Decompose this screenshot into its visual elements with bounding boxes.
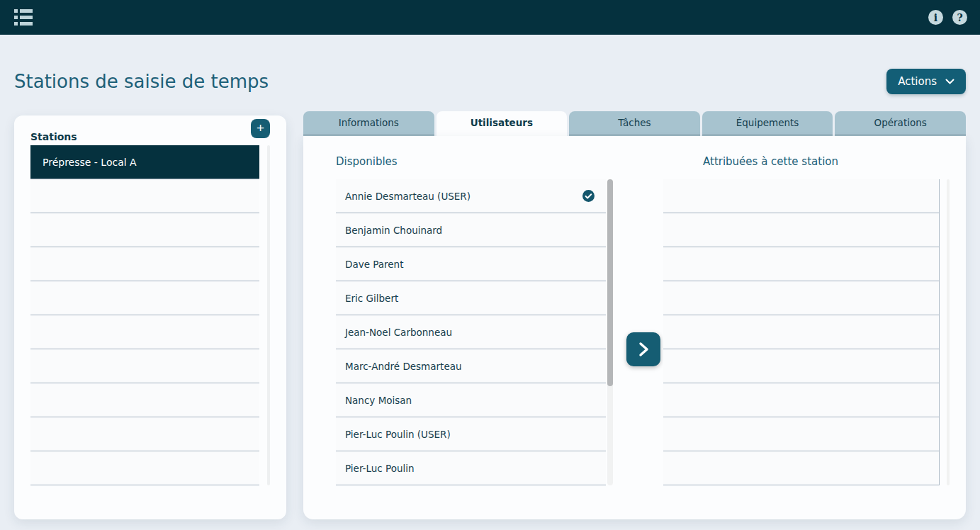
tab-tâches[interactable]: Tâches [569,111,700,136]
station-empty-row [30,417,259,451]
stations-heading: Stations [30,131,77,142]
tab-bar: InformationsUtilisateursTâchesÉquipement… [303,111,966,136]
station-empty-row [30,179,259,213]
station-empty-row [30,213,259,247]
check-circle-icon [582,190,595,202]
user-name: Jean-Noel Carbonneau [345,327,452,338]
screen: i ? Stations de saisie de temps Actions … [0,0,980,530]
available-users-list: Annie Desmarteau (USER)Benjamin Chouinar… [336,179,606,485]
available-user-item[interactable]: Jean-Noel Carbonneau [336,315,606,349]
assigned-users-list [663,179,940,485]
available-user-item[interactable]: Pier-Luc Poulin (USER) [336,417,606,451]
assigned-empty-row [663,247,939,281]
user-name: Marc-André Desmarteau [345,361,462,372]
menu-list-icon-row [14,22,33,26]
user-name: Annie Desmarteau (USER) [345,191,471,202]
user-name: Nancy Moisan [345,395,412,406]
available-user-item[interactable]: Pier-Luc Poulin [336,451,606,485]
assigned-empty-row [663,451,939,485]
user-name: Pier-Luc Poulin (USER) [345,429,451,440]
menu-list-icon-row [14,16,33,19]
actions-button-label: Actions [898,75,937,88]
assigned-heading: Attribuées à cette station [703,155,838,168]
available-user-item[interactable]: Eric Gilbert [336,281,606,315]
info-icon[interactable]: i [928,10,943,25]
station-item-selected[interactable]: Prépresse - Local A [30,145,259,179]
tab-opérations[interactable]: Opérations [835,111,966,136]
users-tab-panel: Disponibles Attribuées à cette station A… [303,136,966,519]
menu-list-icon[interactable] [14,9,33,26]
user-name: Eric Gilbert [345,293,398,304]
add-station-button[interactable]: + [251,119,270,138]
chevron-right-icon [636,342,650,357]
available-user-item[interactable]: Benjamin Chouinard [336,213,606,247]
user-name: Benjamin Chouinard [345,225,442,236]
actions-button[interactable]: Actions [886,69,966,94]
available-user-item[interactable]: Marc-André Desmarteau [336,349,606,383]
available-list-scrollbar-track [607,179,613,485]
header-actions: i ? [928,10,967,25]
assigned-empty-row [663,179,939,213]
station-empty-row [30,315,259,349]
menu-list-icon-row [14,9,33,13]
help-icon[interactable]: ? [952,10,967,25]
assigned-empty-row [663,281,939,315]
tab-équipements[interactable]: Équipements [702,111,833,136]
stations-list: Prépresse - Local A [30,145,259,485]
stations-scrollbar-track [267,145,270,485]
page-title: Stations de saisie de temps [14,71,269,92]
stations-panel: + Stations Prépresse - Local A [14,115,286,519]
station-empty-row [30,383,259,417]
assigned-empty-row [663,383,939,417]
user-name: Dave Parent [345,259,403,270]
available-heading: Disponibles [336,155,398,168]
available-user-item[interactable]: Nancy Moisan [336,383,606,417]
assigned-empty-row [663,213,939,247]
chevron-down-icon [945,79,954,85]
station-empty-row [30,247,259,281]
assigned-empty-row [663,349,939,383]
available-user-item[interactable]: Annie Desmarteau (USER) [336,179,606,213]
available-user-item[interactable]: Dave Parent [336,247,606,281]
available-list-scrollbar-thumb[interactable] [607,179,613,386]
assigned-empty-row [663,315,939,349]
app-header: i ? [0,0,980,35]
assign-users-button[interactable] [626,332,660,366]
tab-utilisateurs[interactable]: Utilisateurs [437,111,568,136]
user-name: Pier-Luc Poulin [345,463,415,474]
station-empty-row [30,349,259,383]
assigned-list-scrollbar-track [947,179,950,485]
station-empty-row [30,281,259,315]
tab-informations[interactable]: Informations [303,111,434,136]
station-empty-row [30,451,259,485]
assigned-empty-row [663,417,939,451]
